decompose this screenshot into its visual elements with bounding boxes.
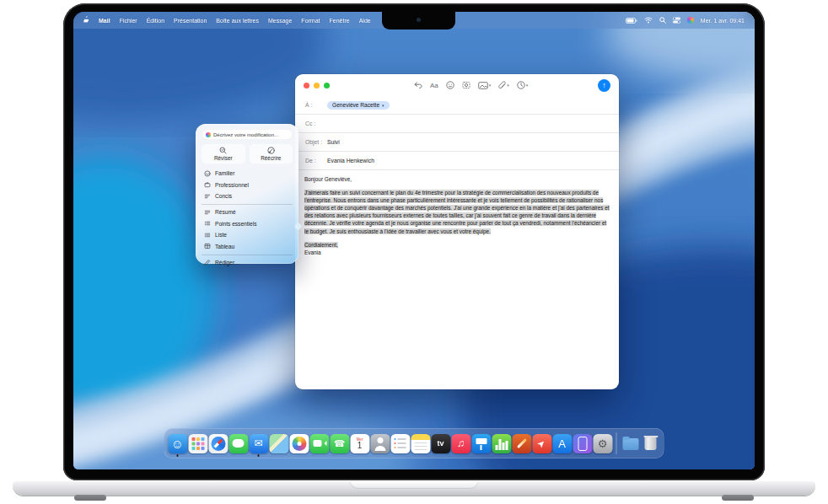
menu--dition[interactable]: Édition [147, 18, 164, 24]
describe-change-input[interactable]: Décrivez votre modification… [202, 129, 293, 140]
menu-pr-sentation[interactable]: Présentation [174, 18, 207, 24]
dock-item-phone[interactable]: ☎ [330, 434, 350, 453]
from-value: Evania Henkewich [327, 158, 374, 164]
tv-app-icon: tv [431, 434, 450, 453]
menu-bar-clock[interactable]: Mer. 1 avr. 09:41 [701, 18, 745, 24]
writing-tools-item-rédiger[interactable]: Rédiger… [202, 257, 293, 269]
dock-item-pages[interactable] [512, 434, 532, 453]
macbook-screen: MailFichierÉditionPrésentationBoîte aux … [73, 12, 755, 469]
close-button[interactable] [304, 83, 309, 88]
app-store-app-icon: A [552, 434, 572, 453]
rewrite-icon [267, 147, 275, 154]
battery-icon[interactable] [626, 18, 637, 24]
dock-item-tv[interactable]: tv [431, 434, 451, 453]
zoom-button[interactable] [324, 83, 330, 88]
writing-tools-item-familier[interactable]: Familier [202, 168, 293, 180]
contacts-app-icon [370, 434, 390, 453]
rocket-app-icon: ➤ [532, 434, 551, 453]
send-later-dropdown[interactable]: ▾ [517, 81, 529, 89]
dock-item-mail[interactable]: ✉ [249, 434, 269, 453]
attach-dropdown[interactable]: ▾ [498, 81, 509, 89]
recipient-token[interactable]: Geneviève Racette ▾ [327, 101, 390, 110]
dock-item-safari[interactable] [208, 434, 229, 453]
dock-item-rocket[interactable]: ➤ [532, 434, 552, 453]
running-indicator [257, 454, 260, 457]
proofread-button[interactable]: Réviser [202, 144, 245, 164]
concise-icon [203, 193, 211, 200]
emoji-icon[interactable] [446, 81, 454, 89]
dock-item-keynote[interactable] [471, 434, 492, 453]
photos-app-icon [289, 434, 309, 453]
send-button[interactable]: ↑ [598, 79, 610, 92]
body-greeting: Bonjour Geneviève, [304, 175, 610, 183]
stationery-icon[interactable] [462, 81, 470, 89]
menu-message[interactable]: Message [268, 18, 292, 24]
apple-intelligence-icon [206, 132, 211, 137]
recipient-name: Geneviève Racette [332, 102, 379, 108]
writing-tools-item-concis[interactable]: Concis [202, 190, 293, 202]
dock-item-numbers[interactable] [492, 434, 512, 453]
pages-app-icon [512, 434, 531, 453]
safari-app-icon [208, 434, 228, 453]
dock-item-system-settings[interactable]: ⚙ [593, 434, 613, 453]
writing-tools-popup: Décrivez votre modification… RéviserRééc… [196, 124, 298, 264]
keynote-app-icon [471, 434, 491, 453]
control-center-icon[interactable] [673, 17, 680, 24]
cc-label: Cc : [305, 121, 317, 126]
search-icon[interactable] [659, 17, 666, 24]
apple-menu-icon[interactable] [83, 16, 90, 24]
dock-item-finder[interactable]: ☺ [168, 434, 188, 453]
writing-tools-item-résumé[interactable]: Résumé [202, 206, 293, 218]
professional-icon [203, 181, 211, 188]
notes-app-icon [411, 434, 430, 453]
dock-item-downloads[interactable] [621, 434, 641, 453]
writing-tools-item-tableau[interactable]: Tableau [202, 241, 293, 253]
menu-divider [202, 255, 293, 255]
subject-field[interactable]: Objet : Suivi [295, 132, 619, 151]
dock-item-music[interactable]: ♫ [451, 434, 471, 453]
undo-icon[interactable] [414, 82, 422, 88]
writing-tools-item-professionnel[interactable]: Professionnel [202, 180, 293, 191]
subject-value: Suivi [327, 139, 340, 145]
rewrite-button[interactable]: Réécrire [250, 144, 293, 164]
from-field[interactable]: De : Evania Henkewich [295, 151, 619, 169]
dock-item-photos[interactable] [289, 434, 309, 453]
dock-separator [616, 432, 617, 454]
numbers-app-icon [492, 434, 511, 453]
calendar-app-icon: Mer1 [350, 434, 369, 453]
format-icon[interactable]: Aa [430, 82, 438, 89]
menu-divider [202, 204, 293, 205]
menu-mail[interactable]: Mail [99, 18, 110, 24]
proofread-icon [219, 147, 227, 154]
message-body[interactable]: Bonjour Geneviève, J'aimerais faire un s… [295, 169, 619, 261]
menu-fen-tre[interactable]: Fenêtre [330, 18, 350, 24]
lid-notch [350, 481, 478, 489]
dock-item-calendar[interactable]: Mer1 [350, 434, 370, 453]
facetime-app-icon [309, 434, 329, 453]
cc-field[interactable]: Cc : [295, 114, 619, 132]
to-field[interactable]: À : Geneviève Racette ▾ [295, 96, 619, 114]
wifi-icon[interactable] [644, 17, 653, 24]
dock-item-launchpad[interactable] [188, 434, 208, 453]
dock-item-iphone-mirroring[interactable] [573, 434, 593, 453]
photo-browser-dropdown[interactable]: ▾ [478, 82, 492, 89]
dock-item-trash[interactable] [641, 434, 661, 453]
dock-item-facetime[interactable] [309, 434, 330, 453]
siri-icon[interactable] [687, 17, 694, 24]
writing-tools-item-points-essentiels[interactable]: Points essentiels [202, 218, 293, 230]
menu-aide[interactable]: Aide [359, 18, 371, 24]
menu-bo-te-aux-lettres[interactable]: Boîte aux lettres [216, 18, 259, 24]
dock-item-maps[interactable] [269, 434, 289, 453]
dock-item-messages[interactable] [229, 434, 249, 453]
dock-item-app-store[interactable]: A [552, 434, 573, 453]
dock-item-contacts[interactable] [370, 434, 390, 453]
dock-item-reminders[interactable] [390, 434, 411, 453]
minimize-button[interactable] [314, 83, 320, 88]
body-closing-selected: Cordialement, [304, 242, 338, 248]
menu-fichier[interactable]: Fichier [120, 18, 137, 24]
menu-format[interactable]: Format [301, 18, 320, 24]
dock-item-notes[interactable] [411, 434, 431, 453]
downloads-app-icon [621, 434, 640, 453]
subject-label: Objet : [305, 139, 327, 145]
writing-tools-item-liste[interactable]: Liste [202, 229, 293, 241]
